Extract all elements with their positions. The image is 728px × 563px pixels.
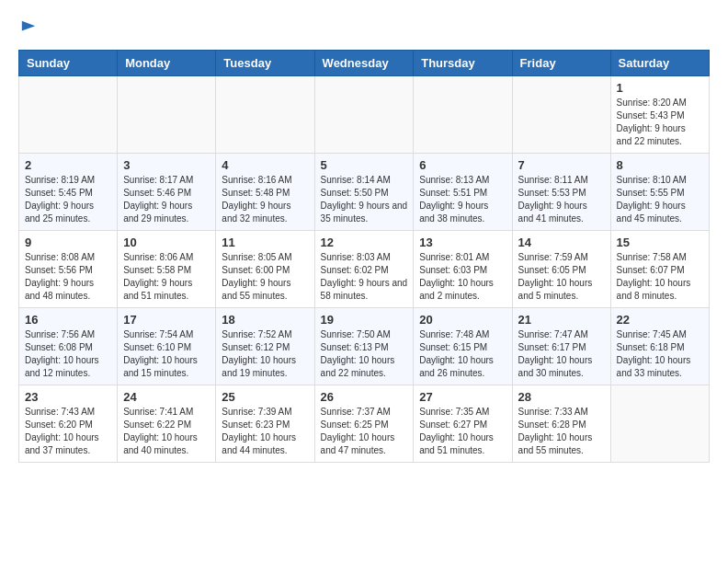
day-info: Sunrise: 8:03 AM Sunset: 6:02 PM Dayligh… bbox=[321, 251, 408, 303]
dow-header-friday: Friday bbox=[512, 51, 610, 76]
day-number: 3 bbox=[123, 158, 210, 172]
days-of-week-row: SundayMondayTuesdayWednesdayThursdayFrid… bbox=[19, 51, 710, 76]
day-number: 8 bbox=[617, 158, 703, 172]
calendar-cell: 12Sunrise: 8:03 AM Sunset: 6:02 PM Dayli… bbox=[314, 231, 414, 308]
calendar-cell: 14Sunrise: 7:59 AM Sunset: 6:05 PM Dayli… bbox=[512, 231, 610, 308]
calendar-cell bbox=[610, 385, 709, 463]
day-info: Sunrise: 8:01 AM Sunset: 6:03 PM Dayligh… bbox=[419, 251, 506, 303]
day-number: 19 bbox=[321, 313, 408, 327]
day-number: 23 bbox=[25, 390, 111, 404]
calendar-cell: 25Sunrise: 7:39 AM Sunset: 6:23 PM Dayli… bbox=[216, 385, 314, 463]
day-info: Sunrise: 8:19 AM Sunset: 5:45 PM Dayligh… bbox=[25, 174, 111, 225]
day-number: 24 bbox=[123, 390, 210, 404]
day-info: Sunrise: 8:14 AM Sunset: 5:50 PM Dayligh… bbox=[321, 174, 408, 225]
calendar-cell bbox=[512, 76, 610, 154]
calendar-cell: 28Sunrise: 7:33 AM Sunset: 6:28 PM Dayli… bbox=[512, 385, 610, 463]
day-number: 10 bbox=[123, 236, 210, 249]
calendar-cell: 11Sunrise: 8:05 AM Sunset: 6:00 PM Dayli… bbox=[216, 231, 314, 308]
calendar-cell: 16Sunrise: 7:56 AM Sunset: 6:08 PM Dayli… bbox=[19, 308, 118, 385]
logo bbox=[18, 18, 37, 40]
calendar-body: 1Sunrise: 8:20 AM Sunset: 5:43 PM Daylig… bbox=[19, 76, 710, 463]
day-number: 12 bbox=[321, 236, 408, 249]
day-number: 2 bbox=[25, 158, 111, 172]
week-row-2: 2Sunrise: 8:19 AM Sunset: 5:45 PM Daylig… bbox=[19, 154, 710, 231]
calendar-cell: 5Sunrise: 8:14 AM Sunset: 5:50 PM Daylig… bbox=[314, 154, 414, 231]
day-number: 20 bbox=[419, 313, 506, 327]
calendar-cell: 17Sunrise: 7:54 AM Sunset: 6:10 PM Dayli… bbox=[118, 308, 216, 385]
day-number: 9 bbox=[25, 236, 111, 249]
calendar-cell bbox=[216, 76, 314, 154]
day-number: 25 bbox=[222, 390, 308, 404]
day-info: Sunrise: 7:54 AM Sunset: 6:10 PM Dayligh… bbox=[123, 328, 210, 380]
day-number: 17 bbox=[123, 313, 210, 327]
calendar-cell: 3Sunrise: 8:17 AM Sunset: 5:46 PM Daylig… bbox=[118, 154, 216, 231]
day-number: 7 bbox=[518, 158, 605, 172]
dow-header-monday: Monday bbox=[118, 51, 216, 76]
day-info: Sunrise: 7:39 AM Sunset: 6:23 PM Dayligh… bbox=[222, 406, 308, 457]
day-number: 16 bbox=[25, 313, 111, 327]
day-info: Sunrise: 7:37 AM Sunset: 6:25 PM Dayligh… bbox=[321, 406, 408, 457]
day-info: Sunrise: 8:16 AM Sunset: 5:48 PM Dayligh… bbox=[222, 174, 308, 225]
svg-marker-0 bbox=[22, 21, 35, 31]
day-info: Sunrise: 7:47 AM Sunset: 6:17 PM Dayligh… bbox=[518, 328, 605, 380]
day-info: Sunrise: 7:35 AM Sunset: 6:27 PM Dayligh… bbox=[419, 406, 506, 457]
calendar-cell: 1Sunrise: 8:20 AM Sunset: 5:43 PM Daylig… bbox=[610, 76, 709, 154]
dow-header-saturday: Saturday bbox=[610, 51, 709, 76]
day-info: Sunrise: 7:59 AM Sunset: 6:05 PM Dayligh… bbox=[518, 251, 605, 303]
day-number: 28 bbox=[518, 390, 605, 404]
week-row-4: 16Sunrise: 7:56 AM Sunset: 6:08 PM Dayli… bbox=[19, 308, 710, 385]
calendar-cell: 27Sunrise: 7:35 AM Sunset: 6:27 PM Dayli… bbox=[414, 385, 512, 463]
day-number: 27 bbox=[419, 390, 506, 404]
calendar-cell: 8Sunrise: 8:10 AM Sunset: 5:55 PM Daylig… bbox=[610, 154, 709, 231]
calendar-cell: 6Sunrise: 8:13 AM Sunset: 5:51 PM Daylig… bbox=[414, 154, 512, 231]
calendar-cell: 26Sunrise: 7:37 AM Sunset: 6:25 PM Dayli… bbox=[314, 385, 414, 463]
day-number: 11 bbox=[222, 236, 308, 249]
calendar-cell: 4Sunrise: 8:16 AM Sunset: 5:48 PM Daylig… bbox=[216, 154, 314, 231]
day-info: Sunrise: 7:52 AM Sunset: 6:12 PM Dayligh… bbox=[222, 328, 308, 380]
day-info: Sunrise: 7:48 AM Sunset: 6:15 PM Dayligh… bbox=[419, 328, 506, 380]
calendar-cell: 23Sunrise: 7:43 AM Sunset: 6:20 PM Dayli… bbox=[19, 385, 118, 463]
logo-flag-icon bbox=[20, 19, 37, 36]
day-info: Sunrise: 8:10 AM Sunset: 5:55 PM Dayligh… bbox=[617, 174, 703, 225]
day-number: 5 bbox=[321, 158, 408, 172]
day-number: 18 bbox=[222, 313, 308, 327]
dow-header-tuesday: Tuesday bbox=[216, 51, 314, 76]
day-number: 1 bbox=[617, 81, 703, 95]
calendar-cell: 9Sunrise: 8:08 AM Sunset: 5:56 PM Daylig… bbox=[19, 231, 118, 308]
day-number: 21 bbox=[518, 313, 605, 327]
day-info: Sunrise: 8:13 AM Sunset: 5:51 PM Dayligh… bbox=[419, 174, 506, 225]
calendar-cell bbox=[314, 76, 414, 154]
calendar-cell bbox=[118, 76, 216, 154]
day-info: Sunrise: 7:43 AM Sunset: 6:20 PM Dayligh… bbox=[25, 406, 111, 457]
calendar-cell: 10Sunrise: 8:06 AM Sunset: 5:58 PM Dayli… bbox=[118, 231, 216, 308]
calendar-cell: 19Sunrise: 7:50 AM Sunset: 6:13 PM Dayli… bbox=[314, 308, 414, 385]
calendar-cell: 24Sunrise: 7:41 AM Sunset: 6:22 PM Dayli… bbox=[118, 385, 216, 463]
day-info: Sunrise: 8:05 AM Sunset: 6:00 PM Dayligh… bbox=[222, 251, 308, 303]
week-row-1: 1Sunrise: 8:20 AM Sunset: 5:43 PM Daylig… bbox=[19, 76, 710, 154]
day-info: Sunrise: 8:06 AM Sunset: 5:58 PM Dayligh… bbox=[123, 251, 210, 303]
day-info: Sunrise: 7:33 AM Sunset: 6:28 PM Dayligh… bbox=[518, 406, 605, 457]
day-number: 13 bbox=[419, 236, 506, 249]
calendar-cell: 13Sunrise: 8:01 AM Sunset: 6:03 PM Dayli… bbox=[414, 231, 512, 308]
page-header bbox=[18, 18, 710, 40]
day-number: 26 bbox=[321, 390, 408, 404]
day-info: Sunrise: 8:08 AM Sunset: 5:56 PM Dayligh… bbox=[25, 251, 111, 303]
day-number: 22 bbox=[617, 313, 703, 327]
calendar-cell: 2Sunrise: 8:19 AM Sunset: 5:45 PM Daylig… bbox=[19, 154, 118, 231]
week-row-3: 9Sunrise: 8:08 AM Sunset: 5:56 PM Daylig… bbox=[19, 231, 710, 308]
day-info: Sunrise: 7:56 AM Sunset: 6:08 PM Dayligh… bbox=[25, 328, 111, 380]
calendar-cell bbox=[414, 76, 512, 154]
week-row-5: 23Sunrise: 7:43 AM Sunset: 6:20 PM Dayli… bbox=[19, 385, 710, 463]
dow-header-sunday: Sunday bbox=[19, 51, 118, 76]
day-info: Sunrise: 8:11 AM Sunset: 5:53 PM Dayligh… bbox=[518, 174, 605, 225]
calendar-cell: 20Sunrise: 7:48 AM Sunset: 6:15 PM Dayli… bbox=[414, 308, 512, 385]
calendar-table: SundayMondayTuesdayWednesdayThursdayFrid… bbox=[18, 50, 710, 463]
calendar-cell: 21Sunrise: 7:47 AM Sunset: 6:17 PM Dayli… bbox=[512, 308, 610, 385]
calendar-cell: 22Sunrise: 7:45 AM Sunset: 6:18 PM Dayli… bbox=[610, 308, 709, 385]
dow-header-wednesday: Wednesday bbox=[314, 51, 414, 76]
day-number: 14 bbox=[518, 236, 605, 249]
calendar-cell: 18Sunrise: 7:52 AM Sunset: 6:12 PM Dayli… bbox=[216, 308, 314, 385]
day-info: Sunrise: 8:20 AM Sunset: 5:43 PM Dayligh… bbox=[617, 97, 703, 148]
calendar-cell: 15Sunrise: 7:58 AM Sunset: 6:07 PM Dayli… bbox=[610, 231, 709, 308]
day-info: Sunrise: 7:58 AM Sunset: 6:07 PM Dayligh… bbox=[617, 251, 703, 303]
